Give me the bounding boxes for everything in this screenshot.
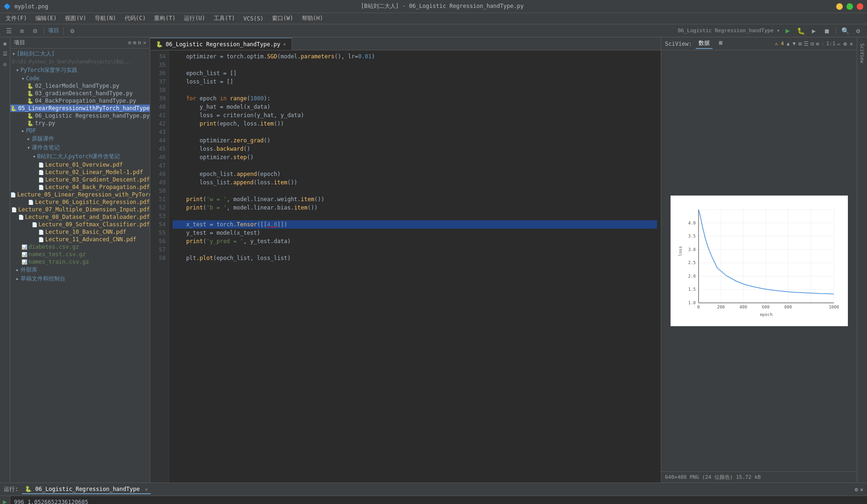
menu-edit[interactable]: 编辑(E) bbox=[32, 14, 61, 23]
sciview-tab-data[interactable]: 数据 bbox=[696, 38, 713, 49]
tree-l03[interactable]: 📄 Lecture_03_Gradient_Descent.pdf bbox=[10, 176, 150, 183]
expand-icon[interactable]: ⊞ bbox=[133, 40, 136, 46]
tab-06-logistic[interactable]: 🐍 06_Logistic Regression_handType.py ✕ bbox=[150, 38, 292, 50]
tree-external[interactable]: ▸ 外部库 bbox=[10, 266, 150, 274]
svg-text:0: 0 bbox=[697, 305, 699, 309]
tree-code-folder[interactable]: ▾ Code bbox=[10, 75, 150, 82]
edit-icon[interactable]: ✏ bbox=[837, 41, 840, 47]
tree-notes[interactable]: ▾ 课件含笔记 bbox=[10, 143, 150, 152]
left-icon-3[interactable]: ◎ bbox=[1, 60, 9, 68]
run-button[interactable]: ▶ bbox=[783, 26, 793, 36]
search-everywhere-button[interactable]: 🔍 bbox=[840, 26, 850, 36]
right-icon-1[interactable]: SciView bbox=[857, 39, 867, 67]
list-icon[interactable]: ☰ bbox=[804, 41, 809, 47]
tree-06[interactable]: 🐍 06_Logistic Regression_handType.py bbox=[10, 112, 150, 119]
stop-button[interactable]: ■ bbox=[822, 26, 832, 36]
tree-l07[interactable]: 📄 Lecture_07_Multiple_Dimension_Input.pd… bbox=[10, 206, 150, 213]
tree-03[interactable]: 🐍 03_gradienDescent_handType.py bbox=[10, 90, 150, 97]
debug-button[interactable]: 🐛 bbox=[796, 26, 806, 36]
tree-try[interactable]: 🐍 try.py bbox=[10, 119, 150, 127]
minimize-button[interactable] bbox=[836, 3, 843, 10]
menu-window[interactable]: 窗口(W) bbox=[268, 14, 297, 23]
folder-collapsed-icon2: ▸ bbox=[27, 136, 30, 142]
line-num-47: 47 bbox=[150, 161, 166, 170]
settings-gear-button[interactable]: ⚙ bbox=[853, 26, 863, 36]
gear-icon[interactable]: ⚙ bbox=[128, 40, 132, 46]
run-with-coverage-button[interactable]: ▶ bbox=[809, 26, 819, 36]
tree-scratches[interactable]: ▸ 草稿文件和控制台 bbox=[10, 274, 150, 283]
menu-help[interactable]: 帮助(H) bbox=[298, 14, 327, 23]
py-03-label: 03_gradienDescent_handType.py bbox=[35, 90, 133, 97]
tree-l05[interactable]: 📄 Lecture_05_Linear_Regression_with_PyTo… bbox=[10, 191, 150, 198]
arrow-up-icon[interactable]: ▲ bbox=[787, 41, 790, 47]
tree-original[interactable]: ▸ 原版课件 bbox=[10, 134, 150, 143]
close-sciview-icon[interactable]: ✕ bbox=[850, 41, 853, 47]
tree-l02[interactable]: 📄 Lecture_02_Linear_Model-1.pdf bbox=[10, 168, 150, 176]
code-line-44: optimizer.zero_grad() bbox=[173, 136, 657, 145]
run-tab-close[interactable]: ✕ bbox=[145, 487, 148, 492]
grid-icon[interactable]: ⊞ bbox=[798, 41, 802, 47]
close-panel-icon[interactable]: ✕ bbox=[143, 40, 146, 46]
code-line-57 bbox=[173, 245, 657, 254]
svg-text:1000: 1000 bbox=[829, 305, 839, 309]
left-icon-1[interactable]: ◉ bbox=[1, 39, 9, 48]
tree-05[interactable]: 🐍 05_LinearRegressionwithPyTorch_handTyp… bbox=[10, 105, 150, 112]
settings-button[interactable]: ⚙ bbox=[67, 26, 77, 36]
tree-02[interactable]: 🐍 02_liearModel_handType.py bbox=[10, 82, 150, 90]
project-toggle-button[interactable]: ☰ bbox=[4, 26, 14, 36]
tab-close-icon[interactable]: ✕ bbox=[283, 42, 286, 47]
run-tab[interactable]: 🐍 06_Logistic_Regression_handType ✕ bbox=[22, 485, 150, 494]
code-line-47 bbox=[173, 161, 657, 170]
project-panel-header: 项目 ⚙ ⊞ ⊟ ✕ bbox=[10, 37, 150, 49]
tree-l01[interactable]: 📄 Lecture_01_Overview.pdf bbox=[10, 161, 150, 168]
tree-l08[interactable]: 📄 Lecture_08_Dataset_and_Dataloader.pdf bbox=[10, 213, 150, 221]
menu-run[interactable]: 运行(U) bbox=[180, 14, 209, 23]
pdf-l06-label: Lecture_06_Logistic_Regression.pdf bbox=[35, 199, 150, 205]
py-05-label: 05_LinearRegressionwithPyTorch_handType.… bbox=[18, 105, 150, 112]
menu-refactor[interactable]: 重构(T) bbox=[150, 14, 179, 23]
tree-l11[interactable]: 📄 Lecture_11_Advanced_CNN.pdf bbox=[10, 236, 150, 243]
tree-names-test[interactable]: 📊 names_test.csv.gz bbox=[10, 251, 150, 258]
tree-pytorch[interactable]: ▾ PyTorch深度学习实践 bbox=[10, 66, 150, 75]
settings-icon[interactable]: ⚙ bbox=[844, 41, 847, 47]
file-tree: ▾ [B站刘二大人] D:\01-Python_In_One\PycharmPr… bbox=[10, 49, 150, 483]
pdf-label: PDF bbox=[26, 127, 36, 134]
tree-l09[interactable]: 📄 Lecture_09_Softmax_Classifier.pdf bbox=[10, 221, 150, 228]
bookmark-button[interactable]: ⊟ bbox=[30, 26, 40, 36]
menu-code[interactable]: 代码(C) bbox=[121, 14, 150, 23]
tree-04[interactable]: 🐍 04_BackPropagation_handType.py bbox=[10, 97, 150, 105]
tree-l06[interactable]: 📄 Lecture_06_Logistic_Regression.pdf bbox=[10, 198, 150, 206]
pdf-l01-label: Lecture_01_Overview.pdf bbox=[45, 161, 123, 168]
menu-view[interactable]: 视图(V) bbox=[61, 14, 90, 23]
run-settings-icon[interactable]: ⚙ bbox=[855, 486, 858, 493]
zoom-fit-icon[interactable]: ⊡ bbox=[811, 41, 814, 47]
run-close-icon[interactable]: ✕ bbox=[860, 486, 863, 493]
tree-names-train[interactable]: 📊 names_train.csv.gz bbox=[10, 258, 150, 266]
tree-root[interactable]: ▾ [B站刘二大人] bbox=[10, 49, 150, 58]
menu-navigate[interactable]: 导航(N) bbox=[91, 14, 120, 23]
menu-tools[interactable]: 工具(T) bbox=[210, 14, 239, 23]
bottom-content: ▶ ▲ ▼ ■ ↺ ☰ ⊟ ⊕ 996 1.0526652336120605 9… bbox=[0, 496, 867, 504]
sciview-tab-plot[interactable]: ▦ bbox=[716, 38, 725, 49]
plot-image: 1.0 1.5 2.0 2.5 3.0 3.5 4.0 0 200 400 60… bbox=[671, 196, 848, 326]
structure-button[interactable]: ≡ bbox=[17, 26, 27, 36]
tree-l10[interactable]: 📄 Lecture_10_Basic_CNN.pdf bbox=[10, 228, 150, 236]
py-icon-04: 🐍 bbox=[27, 98, 34, 104]
close-button[interactable] bbox=[857, 3, 863, 10]
collapse-icon[interactable]: ⊟ bbox=[138, 40, 141, 46]
menu-file[interactable]: 文件(F) bbox=[2, 14, 31, 23]
left-icon-2[interactable]: ☰ bbox=[1, 49, 9, 58]
code-line-34: optimizer = torch.optim.SGD(model.parame… bbox=[173, 52, 657, 61]
maximize-button[interactable] bbox=[846, 3, 853, 10]
tree-diabetes[interactable]: 📊 diabetes.csv.gz bbox=[10, 243, 150, 251]
tree-l04[interactable]: 📄 Lecture_04_Back_Propagation.pdf bbox=[10, 183, 150, 191]
code-line-55: y_test = model(x_test) bbox=[173, 229, 657, 237]
pdf-icon-l04: 📄 bbox=[38, 185, 44, 190]
code-editor[interactable]: optimizer = torch.optim.SGD(model.parame… bbox=[169, 50, 661, 483]
arrow-down-icon[interactable]: ▼ bbox=[792, 41, 796, 47]
tree-bz[interactable]: ▾ B站刘二大人pytorch课件含笔记 bbox=[10, 152, 150, 161]
menu-vcs[interactable]: VCS(S) bbox=[240, 14, 267, 23]
run-restart-button[interactable]: ▶ bbox=[3, 498, 7, 504]
zoom-in-icon[interactable]: ⊕ bbox=[816, 41, 819, 47]
tree-pdf[interactable]: ▸ PDF bbox=[10, 127, 150, 134]
